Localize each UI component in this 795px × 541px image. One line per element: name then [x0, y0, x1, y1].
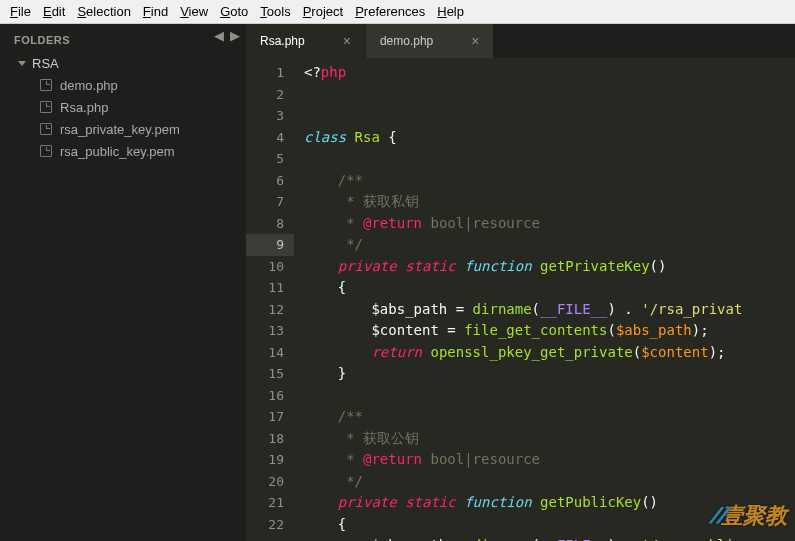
line-number: 6: [246, 170, 284, 192]
menu-goto[interactable]: Goto: [214, 4, 254, 19]
line-number: 7: [246, 191, 284, 213]
line-number: 3: [246, 105, 284, 127]
code-line: [304, 385, 795, 407]
line-number: 5: [246, 148, 284, 170]
file-item[interactable]: rsa_private_key.pem: [0, 118, 246, 140]
nav-right-icon[interactable]: ▶: [230, 28, 240, 43]
menu-view[interactable]: View: [174, 4, 214, 19]
line-number: 19: [246, 449, 284, 471]
tab-label: Rsa.php: [260, 34, 305, 48]
file-label: demo.php: [60, 78, 118, 93]
file-item[interactable]: rsa_public_key.pem: [0, 140, 246, 162]
menu-project[interactable]: Project: [297, 4, 349, 19]
tab-strip: Rsa.php×demo.php×: [246, 24, 795, 58]
code-line: [304, 105, 795, 127]
code-line: * @return bool|resource: [304, 213, 795, 235]
code-line: * 获取私钥: [304, 191, 795, 213]
file-label: rsa_public_key.pem: [60, 144, 175, 159]
line-number: 4: [246, 127, 284, 149]
line-number: 22: [246, 514, 284, 536]
line-number: 9: [246, 234, 294, 256]
file-label: Rsa.php: [60, 100, 108, 115]
tab-rsa-php[interactable]: Rsa.php×: [246, 24, 366, 58]
file-icon: [40, 145, 52, 157]
code-line: $abs_path = dirname(__FILE__) . '/rsa_pr…: [304, 299, 795, 321]
line-number: 8: [246, 213, 284, 235]
menubar: FileEditSelectionFindViewGotoToolsProjec…: [0, 0, 795, 24]
file-item[interactable]: Rsa.php: [0, 96, 246, 118]
menu-file[interactable]: File: [4, 4, 37, 19]
editor-area: Rsa.php×demo.php× 1234567891011121314151…: [246, 24, 795, 541]
code-content[interactable]: <?php class Rsa { /** * 获取私钥 * @return b…: [294, 58, 795, 541]
close-icon[interactable]: ×: [343, 33, 351, 49]
menu-preferences[interactable]: Preferences: [349, 4, 431, 19]
line-number: 20: [246, 471, 284, 493]
code-line: {: [304, 514, 795, 536]
line-number: 16: [246, 385, 284, 407]
code-line: * @return bool|resource: [304, 449, 795, 471]
line-number: 15: [246, 363, 284, 385]
line-gutter: 123456789101112131415161718192021222324: [246, 58, 294, 541]
folder-label: RSA: [32, 56, 59, 71]
code-line: [304, 84, 795, 106]
file-label: rsa_private_key.pem: [60, 122, 180, 137]
code-line: {: [304, 277, 795, 299]
file-icon: [40, 101, 52, 113]
menu-selection[interactable]: Selection: [71, 4, 136, 19]
menu-tools[interactable]: Tools: [254, 4, 296, 19]
code-line: /**: [304, 170, 795, 192]
sidebar-title: FOLDERS: [0, 24, 246, 52]
line-number: 1: [246, 62, 284, 84]
file-icon: [40, 123, 52, 135]
line-number: 23: [246, 535, 284, 541]
line-number: 14: [246, 342, 284, 364]
main-area: ◀ ▶ FOLDERS RSA demo.phpRsa.phprsa_priva…: [0, 24, 795, 541]
code-line: return openssl_pkey_get_private($content…: [304, 342, 795, 364]
code-line: private static function getPrivateKey(): [304, 256, 795, 278]
code-line: * 获取公钥: [304, 428, 795, 450]
code-line: [304, 148, 795, 170]
file-icon: [40, 79, 52, 91]
close-icon[interactable]: ×: [471, 33, 479, 49]
folder-row[interactable]: RSA: [0, 52, 246, 74]
line-number: 21: [246, 492, 284, 514]
sidebar: ◀ ▶ FOLDERS RSA demo.phpRsa.phprsa_priva…: [0, 24, 246, 541]
menu-edit[interactable]: Edit: [37, 4, 71, 19]
folder-open-icon: [18, 61, 26, 66]
tab-demo-php[interactable]: demo.php×: [366, 24, 495, 58]
line-number: 10: [246, 256, 284, 278]
line-number: 17: [246, 406, 284, 428]
nav-left-icon[interactable]: ◀: [214, 28, 224, 43]
code-line: }: [304, 363, 795, 385]
line-number: 12: [246, 299, 284, 321]
line-number: 11: [246, 277, 284, 299]
code-line: private static function getPublicKey(): [304, 492, 795, 514]
code-line: $content = file_get_contents($abs_path);: [304, 320, 795, 342]
code-line: */: [304, 471, 795, 493]
line-number: 13: [246, 320, 284, 342]
code-line: class Rsa {: [304, 127, 795, 149]
menu-help[interactable]: Help: [431, 4, 470, 19]
code-line: $abs_path = dirname(__FILE__) . '/rsa_pu…: [304, 535, 795, 541]
tab-label: demo.php: [380, 34, 433, 48]
file-item[interactable]: demo.php: [0, 74, 246, 96]
line-number: 2: [246, 84, 284, 106]
code-line: <?php: [304, 62, 795, 84]
menu-find[interactable]: Find: [137, 4, 174, 19]
code-line: /**: [304, 406, 795, 428]
line-number: 18: [246, 428, 284, 450]
code-line: */: [304, 234, 795, 256]
code-editor[interactable]: 123456789101112131415161718192021222324 …: [246, 58, 795, 541]
